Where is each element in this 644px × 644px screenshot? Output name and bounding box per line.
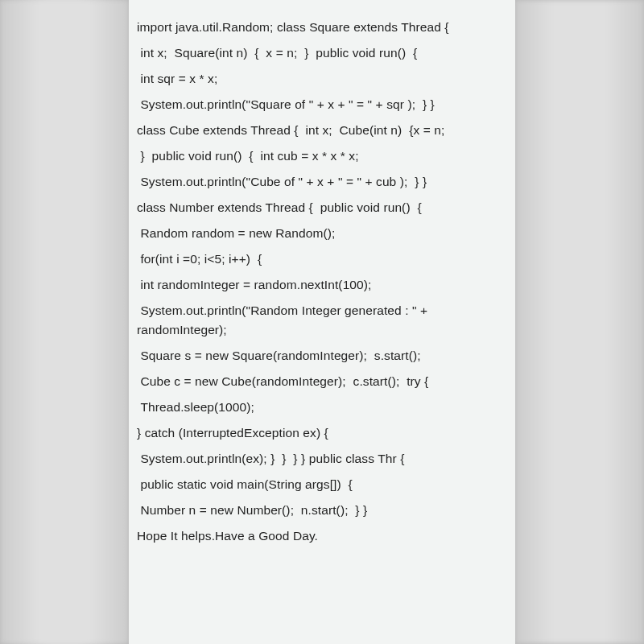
code-line: public static void main(String args[]) { — [137, 475, 507, 494]
code-line: System.out.println("Square of " + x + " … — [137, 95, 507, 114]
code-line: class Cube extends Thread { int x; Cube(… — [137, 121, 507, 140]
code-line: Random random = new Random(); — [137, 224, 507, 243]
code-line: System.out.println("Random Integer gener… — [137, 301, 507, 340]
closing-message: Hope It helps.Have a Good Day. — [137, 526, 507, 546]
code-line: Thread.sleep(1000); — [137, 398, 507, 417]
code-line: } public void run() { int cub = x * x * … — [137, 147, 507, 166]
code-line: for(int i =0; i<5; i++) { — [137, 250, 507, 269]
code-line: Cube c = new Cube(randomInteger); c.star… — [137, 372, 507, 391]
code-line: int x; Square(int n) { x = n; } public v… — [137, 43, 507, 63]
code-document: import java.util.Random; class Square ex… — [129, 0, 515, 644]
code-line: class Number extends Thread { public voi… — [137, 198, 507, 217]
code-line: import java.util.Random; class Square ex… — [137, 18, 507, 37]
code-line: Number n = new Number(); n.start(); } } — [137, 501, 507, 520]
code-line: System.out.println("Cube of " + x + " = … — [137, 172, 507, 192]
code-line: int sqr = x * x; — [137, 69, 507, 89]
code-line: System.out.println(ex); } } } } public c… — [137, 449, 507, 469]
code-line: Square s = new Square(randomInteger); s.… — [137, 346, 507, 365]
code-line: int randomInteger = random.nextInt(100); — [137, 275, 507, 295]
code-line: } catch (InterruptedException ex) { — [137, 423, 507, 443]
